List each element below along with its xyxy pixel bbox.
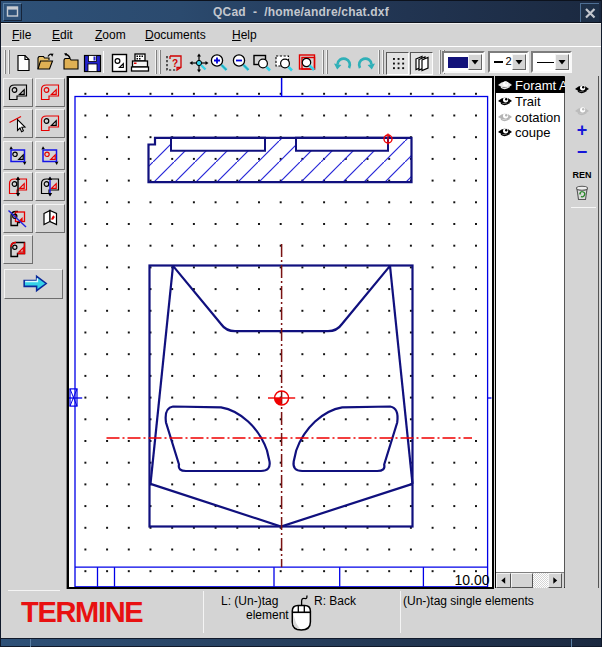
svg-text:?: ? [172, 58, 178, 69]
svg-text:10.00: 10.00 [454, 571, 489, 587]
